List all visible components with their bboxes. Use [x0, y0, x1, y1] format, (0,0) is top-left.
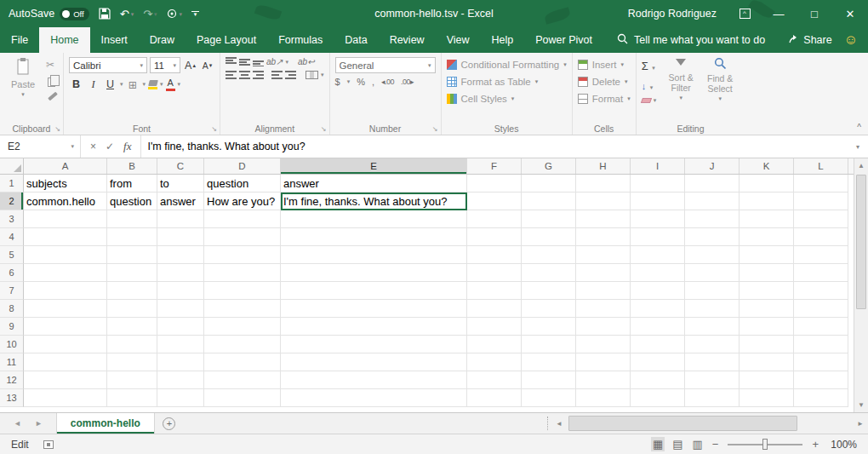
cell-I4[interactable]: [631, 228, 685, 246]
cell-I11[interactable]: [631, 353, 685, 371]
new-sheet-button[interactable]: +: [155, 413, 184, 434]
formula-input[interactable]: I'm fine, thanks. What about you?: [141, 135, 848, 158]
collapse-ribbon-icon[interactable]: ^: [857, 123, 861, 132]
name-box-dropdown-icon[interactable]: ▾: [71, 143, 80, 150]
cell-K10[interactable]: [740, 336, 794, 353]
cell-H4[interactable]: [576, 228, 631, 246]
decrease-indent-icon[interactable]: [271, 70, 283, 79]
cell-F13[interactable]: [467, 389, 522, 407]
cell-B12[interactable]: [107, 371, 157, 389]
ribbon-tab-data[interactable]: Data: [334, 27, 378, 53]
cell-I7[interactable]: [631, 282, 685, 300]
cell-B5[interactable]: [107, 246, 157, 264]
cell-I9[interactable]: [631, 318, 685, 336]
zoom-slider[interactable]: [728, 444, 802, 445]
sheet-tab-common-hello[interactable]: common-hello: [56, 413, 155, 434]
name-box[interactable]: E2 ▾: [0, 135, 81, 158]
increase-font-size-icon[interactable]: A▴: [183, 58, 197, 73]
column-header-K[interactable]: K: [740, 158, 794, 174]
cell-J2[interactable]: [685, 193, 740, 210]
ribbon-display-options-icon[interactable]: ^: [728, 0, 761, 27]
italic-button[interactable]: I: [86, 77, 100, 92]
ribbon-tab-draw[interactable]: Draw: [139, 27, 186, 53]
scroll-down-icon[interactable]: ▼: [854, 398, 868, 412]
cell-G8[interactable]: [522, 300, 576, 318]
cell-E9[interactable]: [281, 318, 467, 336]
cell-J7[interactable]: [685, 282, 740, 300]
tell-me-box[interactable]: Tell me what you want to do: [617, 27, 765, 53]
font-name-combo[interactable]: Calibri▾: [69, 57, 147, 73]
align-center-icon[interactable]: [239, 70, 250, 79]
cell-F9[interactable]: [467, 318, 522, 336]
cell-G2[interactable]: [522, 193, 576, 210]
clear-button[interactable]: ▾: [642, 97, 657, 104]
cell-A3[interactable]: [24, 210, 107, 228]
expand-formula-bar-icon[interactable]: ▾: [848, 135, 868, 158]
align-right-icon[interactable]: [253, 70, 264, 79]
increase-decimal-icon[interactable]: ◂.00: [381, 78, 394, 86]
cell-D8[interactable]: [204, 300, 281, 318]
page-layout-view-icon[interactable]: ▤: [672, 439, 682, 450]
cell-G9[interactable]: [522, 318, 576, 336]
cell-G13[interactable]: [522, 389, 576, 407]
cell-A7[interactable]: [24, 282, 107, 300]
copy-icon[interactable]: [48, 78, 55, 87]
cell-K8[interactable]: [740, 300, 794, 318]
row-header-11[interactable]: 11: [0, 353, 24, 371]
font-size-combo[interactable]: 11▾: [150, 57, 180, 73]
cell-H2[interactable]: [576, 193, 631, 210]
cell-B1[interactable]: from: [107, 175, 157, 193]
underline-button[interactable]: U: [103, 77, 117, 92]
cell-H3[interactable]: [576, 210, 631, 228]
cell-D13[interactable]: [204, 389, 281, 407]
cell-A10[interactable]: [24, 336, 107, 353]
row-header-3[interactable]: 3: [0, 210, 24, 228]
cell-D1[interactable]: question: [204, 175, 281, 193]
find-select-button[interactable]: Find & Select ▾: [700, 57, 740, 104]
column-header-I[interactable]: I: [631, 158, 685, 174]
close-button[interactable]: ✕: [832, 0, 868, 27]
cell-J4[interactable]: [685, 228, 740, 246]
cell-L5[interactable]: [794, 246, 848, 264]
vertical-scroll-thumb[interactable]: [856, 175, 866, 309]
cell-E13[interactable]: [281, 389, 467, 407]
sort-filter-button[interactable]: Sort & Filter ▾: [661, 57, 700, 104]
number-dialog-launcher-icon[interactable]: ↘: [432, 125, 438, 133]
cut-icon[interactable]: ✂: [46, 59, 58, 71]
cell-I2[interactable]: [631, 193, 685, 210]
column-header-B[interactable]: B: [107, 158, 157, 174]
share-button[interactable]: Share: [788, 33, 831, 47]
autosave-toggle[interactable]: AutoSave Off: [9, 8, 89, 20]
normal-view-icon[interactable]: ▦: [653, 439, 663, 450]
cell-C2[interactable]: answer: [157, 193, 204, 210]
conditional-formatting-button[interactable]: Conditional Formatting ▾: [447, 57, 567, 72]
bold-button[interactable]: B: [69, 77, 83, 92]
horizontal-scroll-track[interactable]: [567, 413, 853, 434]
cell-I1[interactable]: [631, 175, 685, 193]
cell-I12[interactable]: [631, 371, 685, 389]
cell-D5[interactable]: [204, 246, 281, 264]
cell-L2[interactable]: [794, 193, 848, 210]
cell-C9[interactable]: [157, 318, 204, 336]
cell-E11[interactable]: [281, 353, 467, 371]
cell-K4[interactable]: [740, 228, 794, 246]
align-left-icon[interactable]: [226, 70, 237, 79]
top-align-icon[interactable]: [226, 57, 237, 66]
insert-cells-button[interactable]: Insert ▾: [578, 57, 631, 72]
cell-K12[interactable]: [740, 371, 794, 389]
cell-A8[interactable]: [24, 300, 107, 318]
cell-B11[interactable]: [107, 353, 157, 371]
confirm-entry-icon[interactable]: ✓: [106, 141, 114, 152]
zoom-slider-thumb[interactable]: [762, 439, 768, 450]
cell-F8[interactable]: [467, 300, 522, 318]
cell-F12[interactable]: [467, 371, 522, 389]
prev-sheet-icon[interactable]: ◄: [14, 419, 21, 428]
cell-L7[interactable]: [794, 282, 848, 300]
borders-icon[interactable]: ⊞: [126, 77, 140, 92]
sheetbar-divider[interactable]: [547, 417, 548, 430]
cell-K13[interactable]: [740, 389, 794, 407]
cell-I13[interactable]: [631, 389, 685, 407]
cell-L8[interactable]: [794, 300, 848, 318]
cell-K5[interactable]: [740, 246, 794, 264]
next-sheet-icon[interactable]: ►: [35, 419, 43, 428]
